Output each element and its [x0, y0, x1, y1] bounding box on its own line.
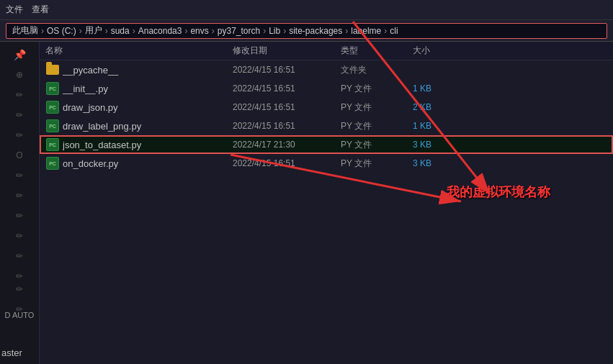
col-date-header[interactable]: 修改日期: [233, 45, 341, 57]
menu-view[interactable]: 查看: [32, 4, 49, 16]
sidebar-icon-6[interactable]: O: [0, 145, 39, 165]
file-name-drawlabel: draw_label_png.py: [63, 121, 233, 132]
file-type-json2dataset: PY 文件: [341, 139, 413, 151]
main-layout: 📌 ⊕ ✏ ✏ ✏ O ✏ ✏ ✏ ✏ ✏ ✏: [0, 42, 613, 364]
file-size-ondocker: 3 KB: [413, 158, 470, 168]
content-area: 名称 修改日期 类型 大小 __pycache__ 2022/4/15 16:5…: [40, 42, 613, 364]
py-icon: PC: [45, 119, 60, 132]
file-size-drawlabel: 1 KB: [413, 121, 470, 131]
column-headers: 名称 修改日期 类型 大小: [40, 42, 613, 60]
file-date-ondocker: 2022/4/15 16:51: [233, 158, 341, 168]
table-row[interactable]: PC __init__.py 2022/4/15 16:51 PY 文件 1 K…: [40, 79, 613, 98]
col-type-header[interactable]: 类型: [341, 45, 413, 57]
file-name-ondocker: on_docker.py: [63, 158, 233, 169]
menu-bar: 文件 查看: [6, 4, 49, 16]
py-icon: PC: [45, 157, 60, 170]
file-size-init: 1 KB: [413, 83, 470, 94]
col-name-header[interactable]: 名称: [45, 45, 233, 57]
file-type-drawlabel: PY 文件: [341, 120, 413, 132]
file-name-init: __init__.py: [63, 83, 233, 94]
table-row[interactable]: PC draw_json.py 2022/4/15 16:51 PY 文件 2 …: [40, 98, 613, 117]
file-date-drawlabel: 2022/4/15 16:51: [233, 121, 341, 131]
file-name-drawjson: draw_json.py: [63, 102, 233, 113]
path-site: site-packages: [289, 26, 342, 36]
sidebar-icon-1[interactable]: 📌: [0, 45, 39, 65]
py-icon: PC: [45, 101, 60, 114]
title-bar: 文件 查看: [0, 0, 613, 20]
sidebar-icon-8[interactable]: ✏: [0, 186, 39, 206]
sidebar-icon-3[interactable]: ✏: [0, 85, 39, 105]
left-sidebar: 📌 ⊕ ✏ ✏ ✏ O ✏ ✏ ✏ ✏ ✏ ✏: [0, 42, 40, 364]
path-labelme: labelme: [351, 26, 381, 36]
table-row[interactable]: __pycache__ 2022/4/15 16:51 文件夹: [40, 60, 613, 79]
file-date-init: 2022/4/15 16:51: [233, 83, 341, 94]
file-type-ondocker: PY 文件: [341, 158, 413, 170]
file-name-json2dataset: json_to_dataset.py: [63, 140, 233, 150]
file-size-drawjson: 2 KB: [413, 102, 470, 112]
menu-file[interactable]: 文件: [6, 4, 23, 16]
sidebar-icon-2[interactable]: ⊕: [0, 65, 39, 85]
sidebar-icon-11[interactable]: ✏: [0, 246, 39, 266]
sidebar-icon-14[interactable]: ✏: [0, 299, 39, 319]
aster-label: aster: [1, 347, 22, 358]
table-row[interactable]: PC draw_label_png.py 2022/4/15 16:51 PY …: [40, 117, 613, 135]
sidebar-icon-10[interactable]: ✏: [0, 226, 39, 246]
file-type-drawjson: PY 文件: [341, 101, 413, 114]
py-icon: PC: [45, 138, 60, 151]
sidebar-icon-9[interactable]: ✏: [0, 206, 39, 226]
file-type-pycache: 文件夹: [341, 64, 413, 76]
col-size-header[interactable]: 大小: [413, 45, 470, 57]
path-envs: envs: [190, 26, 208, 36]
file-name-pycache: __pycache__: [63, 65, 233, 76]
sidebar-icon-5[interactable]: ✏: [0, 125, 39, 145]
file-date-pycache: 2022/4/15 16:51: [233, 65, 341, 75]
annotation-text: 我的虚拟环境名称: [447, 183, 550, 201]
path-lib: Lib: [269, 26, 280, 36]
path-suda: suda: [111, 26, 130, 36]
path-torch: py37_torch: [218, 26, 260, 36]
table-row[interactable]: PC json_to_dataset.py 2022/4/17 21:30 PY…: [40, 135, 613, 154]
path-os: OS (C:): [47, 26, 76, 36]
address-bar: 此电脑 › OS (C:) › 用户 › suda › Anaconda3 › …: [0, 20, 613, 42]
file-type-init: PY 文件: [341, 83, 413, 95]
file-list: __pycache__ 2022/4/15 16:51 文件夹 PC __ini…: [40, 60, 613, 364]
sidebar-icon-7[interactable]: ✏: [0, 165, 39, 186]
address-path[interactable]: 此电脑 › OS (C:) › 用户 › suda › Anaconda3 › …: [6, 23, 607, 39]
path-cli: cli: [390, 26, 398, 36]
py-icon: PC: [45, 82, 60, 95]
table-row[interactable]: PC on_docker.py 2022/4/15 16:51 PY 文件 3 …: [40, 154, 613, 173]
file-size-json2dataset: 3 KB: [413, 140, 470, 150]
sidebar-icon-4[interactable]: ✏: [0, 105, 39, 125]
file-date-json2dataset: 2022/4/17 21:30: [233, 140, 341, 150]
file-date-drawjson: 2022/4/15 16:51: [233, 102, 341, 112]
sidebar-icon-13[interactable]: ✏: [0, 279, 39, 299]
path-user: 用户: [85, 24, 102, 37]
folder-icon: [45, 63, 60, 76]
path-computer: 此电脑: [12, 24, 38, 37]
path-anaconda: Anaconda3: [138, 26, 182, 36]
